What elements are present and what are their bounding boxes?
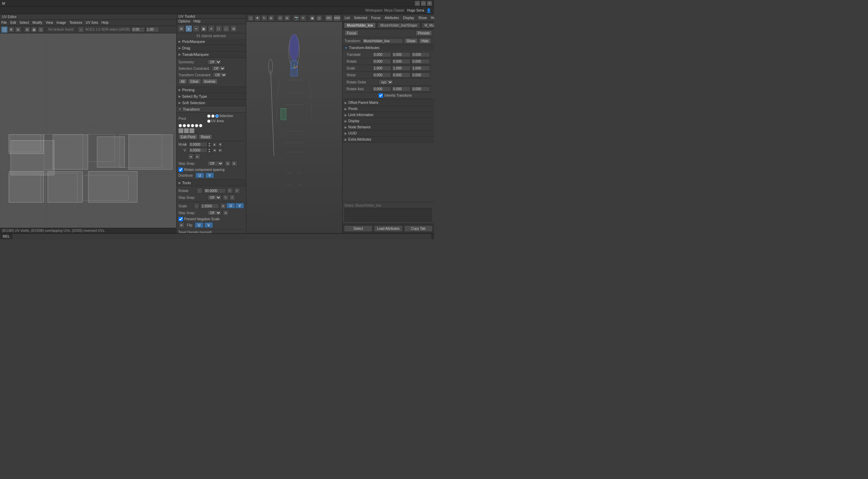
uv-menu-view[interactable]: View — [46, 21, 53, 25]
move-u-down[interactable]: ▼ — [208, 145, 211, 147]
scale-z[interactable] — [411, 66, 430, 71]
rotate-ccw-icon[interactable]: ↺ — [234, 188, 240, 194]
transform-value-input[interactable] — [362, 38, 403, 44]
close-button[interactable]: ✕ — [427, 1, 432, 6]
clear-button[interactable]: Clear — [188, 79, 201, 84]
exposure-icon[interactable]: ☼ — [78, 27, 84, 33]
offset-parent-header[interactable]: ▶ Offset Parent Matrix — [343, 100, 434, 106]
uv-menu-file[interactable]: File — [1, 21, 7, 25]
rotate-order-dropdown[interactable]: xyz yzx zxy — [379, 79, 393, 85]
pivot-row2-r2[interactable] — [183, 124, 186, 127]
vp-camera-icon[interactable]: 📷 — [293, 15, 299, 21]
pivots-header[interactable]: ▶ Pivots — [343, 106, 434, 112]
reset-button[interactable]: Reset — [199, 134, 212, 140]
snap-tool-icon[interactable]: ⊞ — [15, 27, 21, 33]
translate-x[interactable] — [372, 52, 391, 57]
extra-attr-header[interactable]: ▶ Extra Attributes — [343, 137, 434, 142]
limit-info-header[interactable]: ▶ Limit Information — [343, 112, 434, 118]
checkerboard-icon[interactable]: ▦ — [31, 27, 37, 33]
move-v-up[interactable]: ▲ — [208, 148, 211, 150]
pivot-radio-1[interactable] — [207, 114, 211, 118]
vp-snap-icon[interactable]: ⊡ — [277, 15, 283, 21]
face-icon[interactable]: ▣ — [200, 25, 207, 32]
move-v-up-btn[interactable]: ◄ — [212, 148, 217, 153]
align-left-icon[interactable]: ◄ — [188, 154, 194, 160]
tools-section-header[interactable]: ▶ Tools — [177, 180, 246, 186]
distribute-v-button[interactable]: V — [205, 173, 214, 178]
inherits-checkbox[interactable] — [379, 93, 383, 98]
rotate-snap-2[interactable]: ↺ — [229, 194, 235, 201]
symmetry-dropdown[interactable]: Off U V — [207, 59, 221, 65]
edge-icon[interactable]: ━ — [193, 25, 200, 32]
select-icon[interactable]: ▢ — [223, 25, 230, 32]
uv-menu-uvsets[interactable]: UV Sets — [86, 21, 98, 25]
move-down-btn[interactable]: ▼ — [218, 142, 223, 147]
copy-tab-button[interactable]: Copy Tab — [404, 225, 433, 232]
pivot-radio-2[interactable] — [211, 114, 215, 118]
align-right-icon[interactable]: ► — [195, 154, 201, 160]
attr-focus-tab[interactable]: Focus — [371, 16, 380, 20]
select-footer-button[interactable]: Select — [344, 225, 372, 232]
vp-shading-icon[interactable]: ▣ — [309, 15, 315, 21]
rotate-axis-y[interactable] — [392, 86, 411, 92]
pivot-row2-r1[interactable] — [179, 124, 182, 127]
select-by-type-section[interactable]: ▶ Select By Type — [177, 93, 246, 100]
distribute-u-button[interactable]: U — [196, 173, 204, 178]
toolkit-options-menu[interactable]: Options — [179, 19, 190, 23]
prevent-negative-checkbox[interactable] — [179, 217, 183, 221]
gamma-input[interactable] — [146, 27, 159, 32]
vertex-icon[interactable]: ● — [185, 25, 192, 32]
drag-section[interactable]: ▶ Drag — [177, 45, 246, 51]
uuid-header[interactable]: ▶ UUID — [343, 130, 434, 136]
rotate-step-dropdown[interactable]: Off — [207, 195, 221, 200]
show-button[interactable]: Show — [404, 38, 418, 44]
rotate-axis-z[interactable] — [411, 86, 430, 92]
node-tab-shape[interactable]: MusicHolder_low/Shape — [377, 22, 420, 28]
vp-rotate-icon[interactable]: ↻ — [261, 15, 267, 21]
uv-icon[interactable]: ✕ — [208, 25, 215, 32]
pivot-row3-r3[interactable] — [199, 124, 202, 127]
flip-v-button[interactable]: V — [204, 222, 213, 228]
snap-btn-2[interactable]: ⊞ — [231, 160, 237, 166]
shell-icon[interactable]: ⬡ — [215, 25, 222, 32]
transform-constraint-dropdown[interactable]: Off On — [213, 72, 227, 78]
minimize-button[interactable]: ─ — [415, 1, 420, 6]
vp-adn-icon[interactable]: ADN — [333, 15, 341, 21]
edit-pivot-button[interactable]: Edit Pivot — [179, 134, 198, 140]
move-v-down[interactable]: ▼ — [208, 150, 211, 153]
shear-y[interactable] — [392, 73, 411, 78]
vp-wire-icon[interactable]: ◫ — [316, 15, 322, 21]
node-behavior-header[interactable]: ▶ Node Behavior — [343, 124, 434, 130]
uv-menu-textures[interactable]: Textures — [69, 21, 82, 25]
color-swatch-3[interactable] — [189, 128, 194, 133]
scale-y[interactable] — [392, 66, 411, 71]
move-v-down-btn[interactable]: ► — [218, 148, 223, 153]
transform-attr-header[interactable]: ▼ Transform Attributes — [343, 45, 434, 51]
transform-section-header[interactable]: ▼ Transform — [177, 106, 246, 113]
attr-show-tab[interactable]: Show — [418, 16, 427, 20]
vp-select-icon[interactable]: ▢ — [248, 15, 254, 21]
rotate-x[interactable] — [372, 59, 391, 64]
rotate-y[interactable] — [392, 59, 411, 64]
pivot-row3-r1[interactable] — [191, 124, 194, 127]
uv-menu-select[interactable]: Select — [19, 21, 29, 25]
retain-spacing-checkbox[interactable] — [179, 167, 183, 172]
rotate-z[interactable] — [411, 59, 430, 64]
flip-u-button[interactable]: U — [195, 222, 203, 228]
scale-minus-icon[interactable]: − — [194, 203, 199, 209]
tweak-marquee-section[interactable]: ▶ Tweak/Marquee — [177, 51, 246, 58]
uv-menu-edit[interactable]: Edit — [10, 21, 16, 25]
pivot-row3-r2[interactable] — [195, 124, 198, 127]
rotate-snap-1[interactable]: ↻ — [223, 194, 229, 201]
vp-move-icon[interactable]: ✥ — [254, 15, 261, 21]
transform-icon[interactable]: ⊞ — [178, 25, 185, 32]
pinning-section[interactable]: ▶ Pinning — [177, 87, 246, 93]
translate-z[interactable] — [411, 52, 430, 57]
all-button[interactable]: All — [179, 79, 187, 84]
inverse-button[interactable]: Inverse — [202, 79, 218, 84]
hide-button[interactable]: Hide — [419, 38, 431, 44]
pivot-row2-r3[interactable] — [187, 124, 190, 127]
move-up-btn[interactable]: ▲ — [212, 142, 217, 147]
display-header[interactable]: ▶ Display — [343, 118, 434, 124]
translate-y[interactable] — [392, 52, 411, 57]
